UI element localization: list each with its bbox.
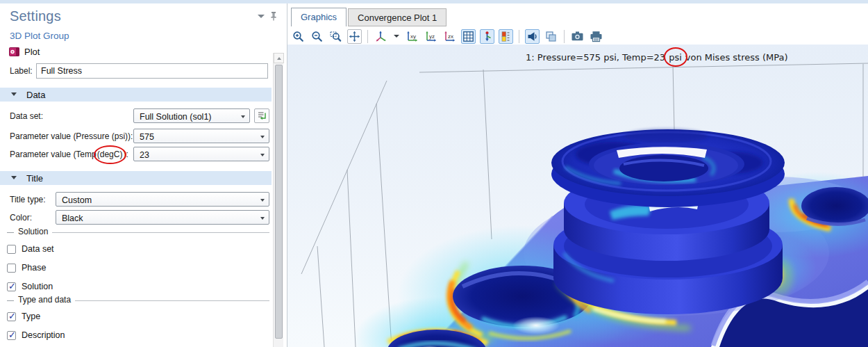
toolbar-separator (367, 30, 368, 43)
phase-checkbox[interactable] (7, 264, 16, 273)
checkbox-row-type[interactable]: Type (7, 311, 40, 322)
dropdown-caret-icon (260, 154, 265, 156)
list-arrow-icon (257, 111, 267, 121)
dataset-label: Data set: (10, 111, 43, 121)
pressure-param-select[interactable]: 575 (133, 129, 269, 143)
type-checkbox[interactable] (7, 312, 16, 321)
temp-param-label: Parameter value (Temp(degC)): (10, 150, 128, 159)
title-color-label: Color: (10, 213, 32, 223)
go-to-xy-view-button[interactable]: xy (405, 29, 419, 44)
toolbar-separator (564, 30, 565, 43)
group-separator-type-and-data: Type and data (7, 296, 269, 305)
tab-graphics[interactable]: Graphics (291, 8, 347, 26)
print-button[interactable] (589, 29, 603, 44)
section-header-data[interactable]: Data (0, 88, 272, 102)
transparency-button[interactable] (544, 29, 558, 44)
title-type-select[interactable]: Custom (56, 192, 269, 207)
zoom-box-icon (330, 31, 342, 42)
zoom-box-button[interactable] (328, 29, 343, 44)
scrollbar-thumb[interactable] (275, 65, 283, 339)
graphics-toolbar: xy yz zx (291, 28, 603, 45)
camera-icon (571, 31, 584, 42)
xy-view-icon: xy (406, 31, 419, 42)
zoom-extents-button[interactable] (347, 29, 362, 44)
show-color-legend-button[interactable] (499, 29, 513, 44)
section-header-title[interactable]: Title (0, 171, 272, 185)
checkbox-row-data-set[interactable]: Data set (7, 243, 54, 255)
checkbox-row-phase[interactable]: Phase (7, 262, 46, 273)
scrollbar-up-arrow[interactable] (274, 53, 284, 63)
checkbox-row-description[interactable]: Description (7, 330, 65, 341)
settings-node-type: 3D Plot Group (10, 31, 69, 41)
plot-button[interactable]: Plot (9, 46, 40, 58)
dropdown-caret-icon (260, 199, 265, 202)
svg-text:yz: yz (429, 33, 435, 39)
toolbar-separator (519, 30, 519, 43)
zx-view-icon: zx (443, 31, 456, 42)
plot-button-label: Plot (24, 47, 40, 57)
transparency-icon (545, 31, 557, 42)
go-to-zx-view-button[interactable]: zx (442, 29, 457, 44)
yz-view-icon: yz (424, 31, 437, 42)
dropdown-caret-icon (241, 115, 245, 118)
label-input[interactable]: Full Stress (36, 63, 268, 79)
chevron-down-icon[interactable] (258, 15, 265, 18)
collapse-triangle-icon (11, 92, 17, 96)
zoom-out-button[interactable] (310, 29, 324, 44)
svg-text:xy: xy (410, 33, 416, 39)
go-to-source-button[interactable] (254, 108, 269, 123)
settings-panel: Settings 3D Plot Group Plot Label: Full … (0, 3, 283, 347)
show-grid-button[interactable] (461, 29, 476, 44)
svg-text:zx: zx (448, 33, 453, 39)
settings-scrollbar[interactable] (273, 53, 283, 347)
stress-plot-scene[interactable] (287, 45, 868, 347)
axis-orientation-icon (481, 31, 493, 42)
plot-icon (9, 47, 19, 56)
zoom-in-icon (292, 31, 304, 42)
printer-icon (590, 31, 603, 42)
data-set-checkbox[interactable] (7, 245, 16, 254)
checkbox-row-solution[interactable]: Solution (7, 281, 53, 292)
dropdown-caret-icon (260, 136, 265, 138)
scene-light-button[interactable] (525, 29, 540, 44)
settings-panel-title: Settings (10, 8, 61, 24)
grid-icon (462, 31, 474, 42)
label-caption: Label: (10, 66, 33, 76)
group-separator-solution: Solution (7, 227, 269, 237)
tab-convergence-plot-1[interactable]: Convergence Plot 1 (348, 8, 446, 26)
default-3d-view-button[interactable] (374, 29, 388, 44)
title-color-select[interactable]: Black (56, 210, 269, 225)
image-snapshot-button[interactable] (570, 29, 585, 44)
axes-3d-icon (375, 31, 387, 42)
dropdown-caret-icon (260, 217, 265, 220)
dataset-select[interactable]: Full Solution (sol1) (133, 108, 250, 123)
plot-title: 1: Pressure=575 psi, Temp=23psivon Mises… (526, 52, 787, 63)
description-checkbox[interactable] (7, 331, 16, 340)
scene-light-icon (526, 31, 538, 42)
solution-checkbox[interactable] (7, 282, 16, 291)
pin-icon[interactable] (269, 11, 278, 21)
zoom-extents-icon (349, 31, 360, 42)
go-to-yz-view-button[interactable]: yz (424, 29, 438, 44)
color-legend-icon (500, 31, 512, 42)
graphics-tab-bar: Graphics Convergence Plot 1 (291, 8, 446, 26)
temp-param-select[interactable]: 23 (133, 147, 269, 161)
zoom-in-button[interactable] (291, 29, 306, 44)
view-dropdown-caret-icon[interactable] (394, 35, 399, 38)
collapse-triangle-icon (11, 176, 17, 179)
zoom-out-icon (311, 31, 323, 42)
pressure-param-label: Parameter value (Pressure (psi)): (10, 131, 133, 141)
graphics-canvas[interactable]: 1: Pressure=575 psi, Temp=23psivon Mises… (287, 45, 868, 347)
title-type-label: Title type: (10, 195, 46, 204)
show-axis-orientation-button[interactable] (480, 29, 494, 44)
